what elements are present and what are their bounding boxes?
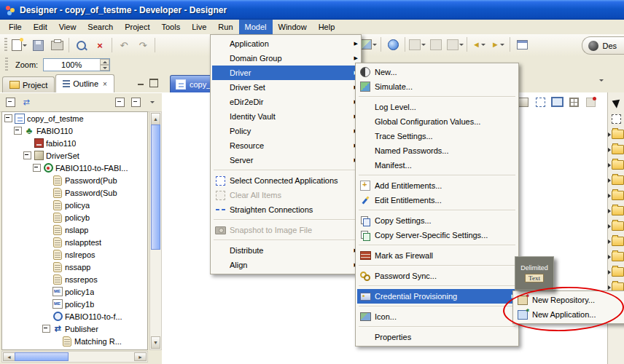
tree-expander-icon[interactable] — [14, 127, 22, 135]
menu-item-properties[interactable]: Properties — [357, 330, 517, 344]
menu-item-resource[interactable]: Resource▶ — [212, 138, 359, 153]
menu-item-icon[interactable]: Icon... — [357, 309, 517, 324]
minimize-panel-icon[interactable] — [137, 79, 145, 86]
undo-button[interactable]: ↶ — [115, 37, 133, 53]
scrollbar-thumb[interactable] — [151, 124, 160, 250]
menu-help[interactable]: Help — [313, 20, 341, 34]
menu-item-copy-settings[interactable]: Copy Settings... — [357, 213, 517, 228]
marquee-zoom-button[interactable] — [533, 95, 547, 108]
tree-horizontal-scrollbar[interactable]: ◄ ► — [1, 351, 148, 363]
zoom-fit-button[interactable] — [72, 37, 90, 53]
tree-item[interactable]: nslapp — [2, 223, 147, 236]
zoom-up-button[interactable] — [100, 59, 109, 65]
menu-item-driver[interactable]: Driver▶ — [212, 66, 359, 80]
menu-item-simulate[interactable]: Simulate... — [357, 79, 517, 94]
scroll-up-button[interactable]: ▲ — [151, 113, 160, 125]
tree-item[interactable]: Password(Pub — [2, 174, 147, 186]
view-menu-button[interactable] — [145, 96, 158, 108]
menu-item-manifest[interactable]: Manifest... — [357, 158, 517, 173]
menu-item-domain-group[interactable]: Domain Group▶ — [212, 51, 359, 66]
distribute-button[interactable] — [446, 36, 464, 52]
tree-expander-icon[interactable] — [42, 325, 50, 333]
menu-window[interactable]: Window — [273, 20, 313, 34]
tree-item[interactable]: DriverSet — [2, 149, 147, 162]
tree-item[interactable]: copy_of_testme — [2, 112, 147, 124]
palette-category[interactable] — [608, 145, 624, 154]
grid-toggle-button[interactable] — [566, 95, 581, 108]
menu-item-edir2edir[interactable]: eDir2eDir▶ — [212, 95, 359, 109]
menu-item-global-configuration-values[interactable]: Global Configuration Values... — [357, 114, 517, 129]
select-pointer-icon[interactable] — [612, 97, 623, 108]
menu-run[interactable]: Run — [212, 20, 238, 34]
tree-expander-icon[interactable] — [4, 114, 12, 122]
menu-item-clear-all-items[interactable]: Clear All Items — [212, 188, 359, 202]
close-icon[interactable]: × — [103, 80, 107, 88]
menu-item-application[interactable]: Application▶ — [212, 36, 359, 51]
menu-item-snapshot-to-image-file[interactable]: Snapshot to Image File — [212, 223, 359, 237]
palette-category[interactable] — [608, 221, 624, 231]
align-button[interactable] — [427, 36, 445, 52]
tab-outline[interactable]: Outline × — [55, 74, 114, 92]
new-button[interactable] — [10, 37, 28, 53]
menu-edit[interactable]: Edit — [28, 20, 53, 34]
menu-item-new-application[interactable]: New Application... — [515, 307, 624, 322]
fit-page-button[interactable] — [550, 95, 564, 108]
menu-item-add-entitlements[interactable]: Add Entitlements... — [357, 178, 517, 193]
menu-item-distribute[interactable]: Distribute▶ — [212, 243, 359, 258]
menu-item-trace-settings[interactable]: Trace Settings... — [357, 129, 517, 143]
tree-item[interactable]: FABIO110-to-f... — [2, 310, 147, 323]
view-sort-button[interactable] — [129, 96, 142, 108]
print-button[interactable] — [48, 37, 66, 53]
tree-item[interactable]: policya — [2, 199, 147, 211]
tab-list-chevron-icon[interactable] — [599, 79, 604, 82]
tree-item[interactable]: FABIO110-to-FABI... — [2, 162, 147, 174]
tree-item[interactable]: ♣FABIO110 — [2, 124, 147, 137]
scroll-right-button[interactable]: ► — [134, 352, 147, 361]
menu-item-new-repository[interactable]: New Repository... — [515, 293, 624, 307]
menu-item-server[interactable]: Server▶ — [212, 153, 359, 167]
palette-category[interactable] — [608, 206, 624, 215]
tree-item[interactable]: Matching R... — [2, 335, 147, 347]
tree-item[interactable]: Password(Sub — [2, 186, 147, 199]
validation-button[interactable] — [583, 95, 598, 108]
menu-item-identity-vault[interactable]: Identity Vault▶ — [212, 109, 359, 124]
fill-color-button[interactable] — [360, 36, 378, 52]
layout-button[interactable] — [408, 36, 426, 52]
menu-project[interactable]: Project — [119, 20, 155, 34]
menu-live[interactable]: Live — [186, 20, 212, 34]
palette-category[interactable] — [608, 160, 624, 170]
title-bar[interactable]: Designer - copy_of_testme - Developer - … — [0, 0, 624, 20]
menu-item-password-sync[interactable]: Password Sync... — [357, 269, 517, 283]
perspective-switcher[interactable]: Des — [582, 36, 624, 55]
menu-item-new-driver[interactable]: New... — [357, 65, 517, 79]
tree-item[interactable]: policyb — [2, 211, 147, 223]
tab-project[interactable]: Project — [2, 76, 55, 92]
menu-tools[interactable]: Tools — [155, 20, 186, 34]
save-button[interactable] — [29, 37, 47, 53]
tree-item[interactable]: nssrepos — [2, 273, 147, 285]
tree-expander-icon[interactable] — [33, 164, 41, 172]
tree-expander-icon[interactable] — [23, 151, 31, 159]
menu-item-mark-as-firewall[interactable]: Mark as Firewall — [357, 248, 517, 263]
menu-item-driver-set[interactable]: Driver Set▶ — [212, 80, 359, 95]
menu-item-copy-server-specific-settings[interactable]: Copy Server-Specific Settings... — [357, 228, 517, 242]
menu-model[interactable]: Model — [239, 20, 273, 34]
view-filter-button[interactable] — [113, 96, 126, 108]
palette-category[interactable] — [608, 252, 624, 261]
scroll-down-button[interactable]: ▼ — [151, 336, 160, 349]
forward-button[interactable]: ► — [489, 36, 507, 52]
tree-item[interactable]: nslrepos — [2, 248, 147, 261]
tree-item[interactable]: fabio110 — [2, 137, 147, 149]
palette-category[interactable] — [608, 175, 624, 185]
zoom-down-button[interactable] — [100, 65, 109, 71]
redo-button[interactable]: ↷ — [134, 37, 152, 53]
marquee-select-icon[interactable] — [612, 114, 621, 124]
tree-vertical-scrollbar[interactable]: ▲ ▼ — [149, 111, 162, 350]
menu-item-log-level[interactable]: Log Level... — [357, 100, 517, 114]
scrollbar-thumb[interactable] — [15, 352, 69, 361]
tree-item[interactable]: nssapp — [2, 261, 147, 273]
palette-category[interactable] — [608, 237, 624, 246]
browse-button[interactable] — [384, 36, 402, 52]
tree-item[interactable]: policy1b — [2, 298, 147, 310]
menu-item-align[interactable]: Align▶ — [212, 258, 359, 272]
